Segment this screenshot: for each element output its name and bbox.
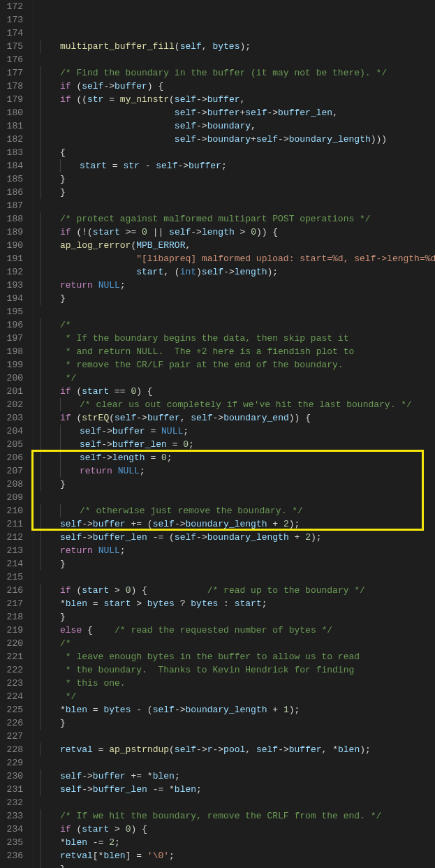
- code-line[interactable]: if (start > 0) { /* read up to the bound…: [40, 584, 435, 597]
- token-punc: {: [60, 147, 66, 158]
- token-fn: ap_pstrndup: [109, 744, 169, 755]
- code-line[interactable]: [40, 796, 435, 809]
- code-line[interactable]: [40, 491, 435, 504]
- code-line[interactable]: self->buffer += *blen;: [40, 770, 435, 783]
- code-line[interactable]: }: [40, 610, 435, 624]
- code-line[interactable]: if ((str = my_ninstr(self->buffer,: [40, 93, 435, 106]
- code-line[interactable]: }: [40, 557, 435, 571]
- token-punc: *: [60, 837, 66, 848]
- code-line[interactable]: * leave enough bytes in the buffer to al…: [40, 650, 435, 663]
- code-line[interactable]: /* otherwise just remove the boundary. *…: [40, 504, 435, 517]
- code-line[interactable]: [40, 756, 435, 770]
- code-line[interactable]: */: [40, 690, 435, 703]
- line-number: 179: [4, 93, 23, 106]
- code-editor[interactable]: 1721731741751761771781791801811821831841…: [0, 0, 435, 868]
- code-line[interactable]: if (strEQ(self->buffer, self->boundary_e…: [40, 411, 435, 425]
- code-line[interactable]: }: [40, 478, 435, 491]
- code-line[interactable]: /* protect against malformed multipart P…: [40, 212, 435, 226]
- line-number: 219: [4, 624, 23, 637]
- indent-guide: [40, 119, 41, 133]
- code-line[interactable]: if (!(start >= 0 || self->length > 0)) {: [40, 226, 435, 239]
- code-line[interactable]: self->buffer = NULL;: [40, 425, 435, 438]
- code-line[interactable]: *blen = bytes - (self->boundary_length +…: [40, 703, 435, 716]
- code-line[interactable]: }: [40, 172, 435, 186]
- code-line[interactable]: [40, 199, 435, 212]
- code-line[interactable]: [40, 53, 435, 66]
- code-line[interactable]: "[libapreq] malformed upload: start=%d, …: [40, 252, 435, 265]
- code-line[interactable]: self->buffer_len -= (self->boundary_leng…: [40, 531, 435, 544]
- code-line[interactable]: * and return NULL. The +2 here is a fien…: [40, 345, 435, 358]
- code-line[interactable]: * remove the CR/LF pair at the end of th…: [40, 358, 435, 372]
- code-line[interactable]: else { /* read the requested number of b…: [40, 624, 435, 637]
- line-number: 212: [4, 531, 23, 544]
- token-punc: (: [175, 41, 180, 52]
- token-punc: ->: [196, 744, 207, 755]
- code-area[interactable]: multipart_buffer_fill(self, bytes); /* F…: [34, 0, 435, 868]
- code-line[interactable]: /* clear us out completely if we've hit …: [40, 398, 435, 411]
- line-number: 215: [4, 571, 23, 584]
- token-id: buffer: [289, 744, 322, 755]
- token-id: buffer: [207, 108, 240, 118]
- code-line[interactable]: * If the boundary begins the data, then …: [40, 332, 435, 345]
- code-line[interactable]: self->buffer += (self->boundary_length +…: [40, 517, 435, 531]
- token-punc: =: [87, 598, 103, 609]
- code-line[interactable]: [40, 730, 435, 743]
- code-line[interactable]: self->length = 0;: [40, 451, 435, 464]
- code-line[interactable]: {: [40, 146, 435, 159]
- indent-guide: [40, 770, 41, 783]
- code-line[interactable]: * this one.: [40, 677, 435, 690]
- code-line[interactable]: self->boundary,: [40, 119, 435, 133]
- token-id: self: [60, 532, 82, 543]
- code-line[interactable]: ap_log_rerror(MPB_ERROR,: [40, 239, 435, 252]
- code-line[interactable]: if (start == 0) {: [40, 385, 435, 398]
- code-line[interactable]: self->boundary+self->boundary_length))): [40, 133, 435, 146]
- code-line[interactable]: multipart_buffer_fill(self, bytes);: [40, 40, 435, 53]
- token-punc: ->: [278, 134, 289, 145]
- token-comment: /* read the requested number of bytes */: [115, 625, 332, 635]
- code-line[interactable]: [40, 305, 435, 318]
- code-line[interactable]: /*: [40, 318, 435, 332]
- indent-guide: [40, 411, 41, 425]
- code-line[interactable]: retval[*blen] = '\0';: [40, 849, 435, 862]
- code-line[interactable]: self->buffer_len = 0;: [40, 438, 435, 451]
- code-line[interactable]: * the boundary. Thanks to Kevin Hendrick…: [40, 663, 435, 677]
- token-id: start: [82, 386, 109, 397]
- token-id: self: [175, 744, 196, 755]
- code-line[interactable]: return NULL;: [40, 464, 435, 478]
- indent-guide: [40, 226, 41, 239]
- token-punc: ,: [185, 240, 191, 251]
- indent-guide: [40, 186, 41, 199]
- indent-guide: [40, 146, 41, 159]
- code-line[interactable]: start, (int)self->length);: [40, 265, 435, 279]
- code-line[interactable]: /* Find the boundary in the buffer (it m…: [40, 66, 435, 80]
- code-line[interactable]: /*: [40, 637, 435, 650]
- code-line[interactable]: retval = ap_pstrndup(self->r->pool, self…: [40, 743, 435, 756]
- token-id: self: [202, 267, 223, 277]
- code-line[interactable]: }: [40, 716, 435, 730]
- indent-guide: [40, 836, 41, 849]
- code-line[interactable]: self->buffer+self->buffer_len,: [40, 106, 435, 119]
- code-line[interactable]: /* If we hit the boundary, remove the CR…: [40, 809, 435, 823]
- token-punc: [60, 134, 175, 145]
- code-line[interactable]: return NULL;: [40, 279, 435, 292]
- code-line[interactable]: self->buffer_len -= *blen;: [40, 783, 435, 796]
- code-line[interactable]: [40, 571, 435, 584]
- code-line[interactable]: *blen -= 2;: [40, 836, 435, 849]
- token-punc: >: [235, 227, 251, 237]
- token-id: boundary_length: [289, 134, 371, 145]
- token-punc: )) {: [289, 413, 311, 423]
- token-punc: )) {: [256, 227, 278, 237]
- code-line[interactable]: if (self->buffer) {: [40, 80, 435, 93]
- token-id: start: [82, 585, 109, 596]
- code-line[interactable]: }: [40, 186, 435, 199]
- code-line[interactable]: }: [40, 862, 435, 868]
- code-line[interactable]: return NULL;: [40, 544, 435, 557]
- code-line[interactable]: if (start > 0) {: [40, 823, 435, 836]
- token-id: self: [175, 134, 196, 145]
- line-number: 175: [4, 40, 23, 53]
- code-line[interactable]: start = str - self->buffer;: [40, 159, 435, 172]
- code-line[interactable]: *blen = start > bytes ? bytes : start;: [40, 597, 435, 610]
- code-line[interactable]: */: [40, 372, 435, 385]
- line-number: 231: [4, 783, 23, 796]
- code-line[interactable]: }: [40, 292, 435, 305]
